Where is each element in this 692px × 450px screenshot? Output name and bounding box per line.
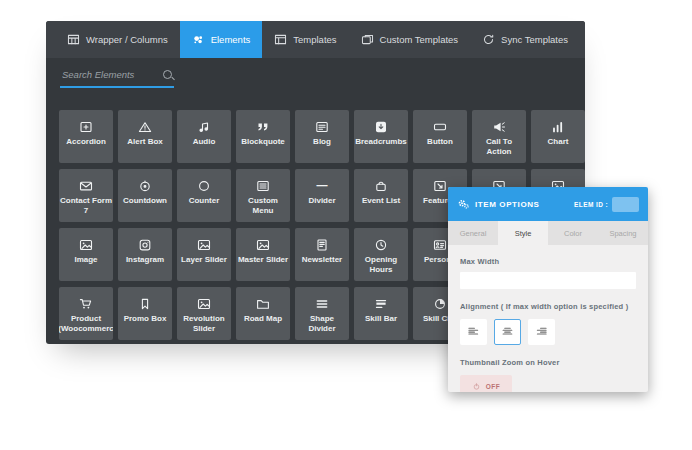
button-icon [433, 120, 447, 133]
element-tile[interactable]: Breadcrumbs [354, 110, 408, 163]
element-tile[interactable]: Opening Hours [354, 228, 408, 281]
element-tile[interactable]: Layer Slider [177, 228, 231, 281]
element-tile[interactable]: Promo Box [118, 287, 172, 340]
bookmark-icon [138, 297, 152, 310]
element-tile-label: Revolution Slider [177, 314, 231, 335]
element-tile-label: Custom Menu [236, 196, 290, 217]
alert-icon [138, 120, 152, 133]
element-tile-label: Instagram [125, 255, 165, 265]
custom-templates-icon [361, 34, 374, 45]
align-left-button[interactable] [460, 319, 487, 345]
chart-icon [551, 120, 565, 133]
builder-tabbar: Wrapper / ColumnsElementsTemplatesCustom… [46, 21, 585, 58]
skillbar-icon [374, 297, 388, 310]
element-tile-label: Event List [361, 196, 401, 206]
thumbnail-zoom-label: Thumbnail Zoom on Hover [460, 358, 636, 367]
element-tile-label: Accordion [65, 137, 107, 147]
align-center-button[interactable] [494, 319, 521, 345]
pie-icon [433, 297, 447, 310]
max-width-label: Max Width [460, 257, 636, 266]
alignment-label: Alignment ( If max width option is speci… [460, 302, 636, 311]
element-tile-label: Button [426, 137, 454, 147]
shape-divider-icon [315, 297, 329, 310]
element-tile-label: Blockquote [240, 137, 286, 147]
element-tile[interactable]: Alert Box [118, 110, 172, 163]
options-tab-spacing[interactable]: Spacing [598, 221, 648, 245]
megaphone-icon [492, 120, 506, 133]
element-tile-label: Image [73, 255, 98, 265]
tab-templates[interactable]: Templates [262, 21, 348, 58]
image-icon [256, 238, 270, 251]
element-tile[interactable]: —Divider [295, 169, 349, 222]
tab-label: Templates [293, 34, 336, 45]
element-tile[interactable]: Call To Action [472, 110, 526, 163]
element-tile[interactable]: Chart [531, 110, 585, 163]
element-tile[interactable]: Newsletter [295, 228, 349, 281]
search-elements[interactable] [60, 68, 174, 88]
options-tab-style[interactable]: Style [498, 221, 548, 245]
tab-elements[interactable]: Elements [180, 21, 263, 58]
expand-icon [433, 179, 447, 192]
element-tile[interactable]: Blog [295, 110, 349, 163]
thumbnail-zoom-toggle[interactable]: OFF [460, 375, 512, 392]
element-tile-label: Chart [547, 137, 570, 147]
element-tile-label: Contact Form 7 [59, 196, 113, 217]
item-options-header: ITEM OPTIONS ELEM ID : [448, 187, 648, 221]
tab-sync-templates[interactable]: Sync Templates [470, 21, 580, 58]
element-tile[interactable]: Image [59, 228, 113, 281]
item-options-body: Max Width Alignment ( If max width optio… [448, 245, 648, 392]
element-tile[interactable]: Event List [354, 169, 408, 222]
element-tile[interactable]: Custom Menu [236, 169, 290, 222]
element-tile[interactable]: Button [413, 110, 467, 163]
align-center-icon [501, 323, 514, 341]
options-tab-label: Style [515, 229, 532, 238]
options-tab-general[interactable]: General [448, 221, 498, 245]
cart-icon [79, 297, 93, 310]
bag-icon [374, 179, 388, 192]
power-icon [472, 382, 481, 391]
item-options-title: ITEM OPTIONS [475, 200, 540, 209]
element-tile[interactable]: Accordion [59, 110, 113, 163]
tab-wrapper-columns[interactable]: Wrapper / Columns [55, 21, 180, 58]
element-tile[interactable]: Instagram [118, 228, 172, 281]
element-tile[interactable]: Audio [177, 110, 231, 163]
search-icon [163, 70, 172, 79]
folder-icon [256, 297, 270, 310]
audio-icon [197, 120, 211, 133]
element-tile[interactable]: Shape Divider [295, 287, 349, 340]
options-tab-label: Spacing [609, 229, 636, 238]
options-tab-color[interactable]: Color [548, 221, 598, 245]
element-tile[interactable]: Countdown [118, 169, 172, 222]
element-tile-label: Divider [307, 196, 336, 206]
element-row: AccordionAlert BoxAudioBlockquoteBlogBre… [59, 110, 585, 163]
element-tile[interactable]: Contact Form 7 [59, 169, 113, 222]
elements-icon [192, 34, 205, 45]
tab-label: Elements [211, 34, 251, 45]
newsletter-icon [315, 238, 329, 251]
element-tile[interactable]: Revolution Slider [177, 287, 231, 340]
elem-id-input[interactable] [612, 197, 639, 212]
accordion-icon [79, 120, 93, 133]
max-width-input[interactable] [460, 272, 636, 289]
envelope-icon [79, 179, 93, 192]
search-input[interactable] [60, 68, 163, 81]
element-tile-label: Countdown [122, 196, 168, 206]
element-tile-label: Counter [188, 196, 221, 206]
templates-icon [274, 34, 287, 45]
image-icon [79, 238, 93, 251]
element-tile[interactable]: Master Slider [236, 228, 290, 281]
tab-custom-templates[interactable]: Custom Templates [349, 21, 471, 58]
element-tile-label: Promo Box [123, 314, 168, 324]
align-right-button[interactable] [528, 319, 555, 345]
element-tile[interactable]: Counter [177, 169, 231, 222]
element-tile-label: Shape Divider [295, 314, 349, 335]
element-tile[interactable]: Blockquote [236, 110, 290, 163]
align-left-icon [467, 323, 480, 341]
element-tile[interactable]: Product (Woocommerc [59, 287, 113, 340]
element-tile[interactable]: Road Map [236, 287, 290, 340]
blog-icon [315, 120, 329, 133]
element-tile-label: Layer Slider [180, 255, 228, 265]
element-tile[interactable]: Skill Bar [354, 287, 408, 340]
clock-icon [374, 238, 388, 251]
element-tile-label: Call To Action [472, 137, 526, 158]
